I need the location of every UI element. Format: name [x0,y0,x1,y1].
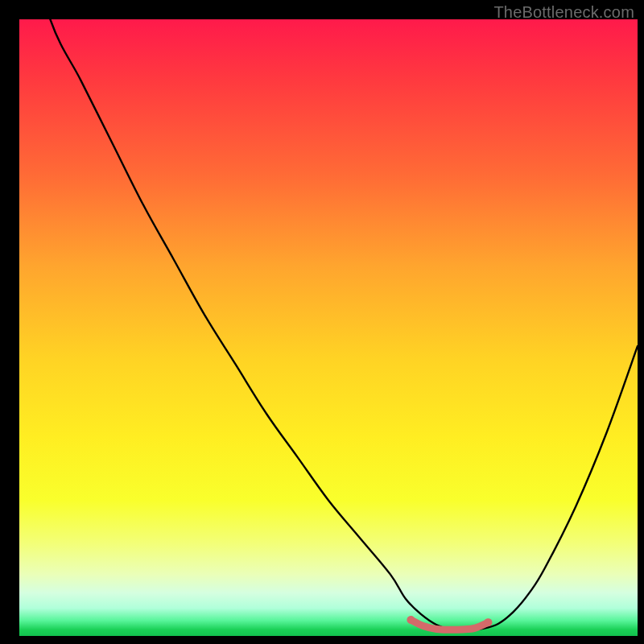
plot-area [19,19,638,636]
chart-svg [19,19,638,636]
optimal-range-endpoint [484,618,492,626]
watermark-text: TheBottleneck.com [493,3,634,22]
chart-frame: TheBottleneck.com [0,0,644,644]
gradient-background [19,19,638,636]
optimal-range-endpoint [407,616,415,624]
